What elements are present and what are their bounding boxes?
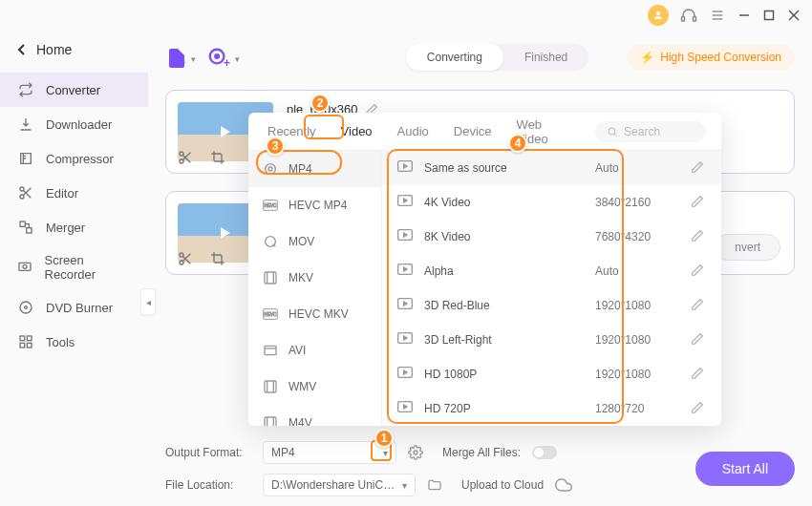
sidebar-item-converter[interactable]: Converter xyxy=(0,73,148,107)
folder-icon[interactable] xyxy=(427,477,442,493)
minimize-button[interactable] xyxy=(737,9,751,22)
format-item-mp4[interactable]: MP4 xyxy=(248,151,381,187)
maximize-button[interactable] xyxy=(762,9,776,22)
sidebar-item-label: Converter xyxy=(46,83,100,97)
menu-icon[interactable] xyxy=(709,7,726,24)
edit-preset-icon[interactable] xyxy=(691,367,706,382)
tab-converting[interactable]: Converting xyxy=(406,44,503,71)
trim-icon[interactable] xyxy=(178,150,193,165)
headset-icon[interactable] xyxy=(680,7,697,24)
edit-preset-icon[interactable] xyxy=(691,298,706,313)
bottom-bar: Output Format: MP4▾ Merge All Files: Fil… xyxy=(148,432,812,506)
resolution-item[interactable]: HD 1080P1920*1080 xyxy=(382,357,721,391)
format-item-m4v[interactable]: M4V xyxy=(248,405,381,426)
svg-rect-7 xyxy=(765,11,774,20)
sidebar-item-label: Editor xyxy=(46,186,78,200)
svg-rect-1 xyxy=(682,17,685,22)
svg-point-35 xyxy=(414,451,417,454)
grid-icon xyxy=(17,333,34,350)
popup-search-input[interactable]: Search xyxy=(595,121,706,142)
compressor-icon xyxy=(17,150,34,167)
format-item-avi[interactable]: AVI xyxy=(248,332,381,369)
video-icon xyxy=(397,263,415,280)
high-speed-button[interactable]: ⚡High Speed Conversion xyxy=(627,45,795,70)
svg-rect-48 xyxy=(265,346,276,354)
svg-rect-20 xyxy=(20,336,25,341)
resolution-item[interactable]: 3D Left-Right1920*1080 xyxy=(382,323,721,357)
edit-preset-icon[interactable] xyxy=(691,195,706,210)
step-marker-4: 4 xyxy=(508,134,527,153)
cloud-icon[interactable] xyxy=(555,476,572,494)
svg-marker-67 xyxy=(404,336,407,340)
home-label: Home xyxy=(36,42,72,57)
merge-toggle[interactable] xyxy=(532,446,557,459)
svg-marker-61 xyxy=(404,233,407,237)
tab-finished[interactable]: Finished xyxy=(503,44,588,71)
start-all-button[interactable]: Start All xyxy=(695,452,795,486)
add-dvd-icon[interactable]: +▾ xyxy=(207,47,228,68)
hevc-icon: HEVC xyxy=(262,197,279,214)
format-item-mov[interactable]: MOV xyxy=(248,223,381,260)
status-segment: Converting Finished xyxy=(406,44,588,71)
popup-tab-video[interactable]: Video xyxy=(337,113,376,150)
format-item-hevc-mp4[interactable]: HEVCHEVC MP4 xyxy=(248,187,381,223)
svg-point-26 xyxy=(215,54,219,58)
edit-preset-icon[interactable] xyxy=(691,229,706,244)
hevc-icon: HEVC xyxy=(262,306,279,323)
file-location-select[interactable]: D:\Wondershare UniConverter 1▾ xyxy=(263,474,416,496)
add-file-icon[interactable]: +▾ xyxy=(165,47,186,68)
format-list: MP4 HEVCHEVC MP4 MOV MKV HEVCHEVC MKV AV… xyxy=(248,151,382,426)
trim-icon[interactable] xyxy=(178,251,193,266)
svg-point-31 xyxy=(180,253,183,257)
merger-icon xyxy=(17,219,34,236)
resolution-item[interactable]: Same as sourceAuto xyxy=(382,151,721,185)
convert-button[interactable]: nvert xyxy=(715,234,780,261)
home-back[interactable]: Home xyxy=(0,34,148,65)
sidebar-item-tools[interactable]: Tools xyxy=(0,325,148,359)
crop-icon[interactable] xyxy=(210,251,225,266)
video-icon xyxy=(397,297,415,314)
svg-rect-43 xyxy=(265,272,276,284)
popup-tab-device[interactable]: Device xyxy=(450,113,496,150)
popup-tab-audio[interactable]: Audio xyxy=(394,113,433,150)
svg-point-36 xyxy=(609,128,615,135)
resolution-item[interactable]: HD 720P1280*720 xyxy=(382,391,721,426)
crop-icon[interactable] xyxy=(210,150,225,165)
format-item-wmv[interactable]: WMV xyxy=(248,369,381,405)
sidebar-item-screen-recorder[interactable]: Screen Recorder xyxy=(0,244,148,290)
svg-rect-15 xyxy=(27,228,32,233)
chevron-left-icon xyxy=(17,44,27,55)
film-icon xyxy=(262,269,279,286)
user-avatar[interactable] xyxy=(648,5,669,26)
format-item-hevc-mkv[interactable]: HEVCHEVC MKV xyxy=(248,296,381,332)
sidebar-item-merger[interactable]: Merger xyxy=(0,210,148,244)
edit-preset-icon[interactable] xyxy=(691,401,706,416)
svg-point-18 xyxy=(20,302,32,313)
svg-point-0 xyxy=(656,11,660,15)
edit-preset-icon[interactable] xyxy=(691,264,706,279)
svg-marker-59 xyxy=(404,199,407,202)
quicktime-icon xyxy=(262,233,279,250)
close-button[interactable] xyxy=(787,9,801,22)
svg-marker-65 xyxy=(404,302,407,306)
settings-icon[interactable] xyxy=(408,445,423,460)
sidebar-item-editor[interactable]: Editor xyxy=(0,176,148,210)
lightning-icon: ⚡ xyxy=(640,51,654,64)
sidebar-item-label: Downloader xyxy=(46,117,112,132)
sidebar-item-compressor[interactable]: Compressor xyxy=(0,141,148,176)
resolution-item[interactable]: AlphaAuto xyxy=(382,254,721,288)
converter-icon xyxy=(17,81,34,98)
edit-preset-icon[interactable] xyxy=(691,332,706,348)
svg-marker-71 xyxy=(404,405,407,409)
resolution-item[interactable]: 3D Red-Blue1920*1080 xyxy=(382,288,721,323)
film-icon xyxy=(262,378,279,395)
sidebar-item-dvd-burner[interactable]: DVD Burner xyxy=(0,290,148,325)
format-item-mkv[interactable]: MKV xyxy=(248,260,381,296)
svg-rect-22 xyxy=(20,343,25,348)
svg-marker-69 xyxy=(404,370,407,374)
edit-preset-icon[interactable] xyxy=(691,160,706,176)
resolution-item[interactable]: 8K Video7680*4320 xyxy=(382,220,721,254)
sidebar-item-downloader[interactable]: Downloader xyxy=(0,107,148,141)
resolution-item[interactable]: 4K Video3840*2160 xyxy=(382,185,721,220)
target-icon xyxy=(262,160,279,178)
